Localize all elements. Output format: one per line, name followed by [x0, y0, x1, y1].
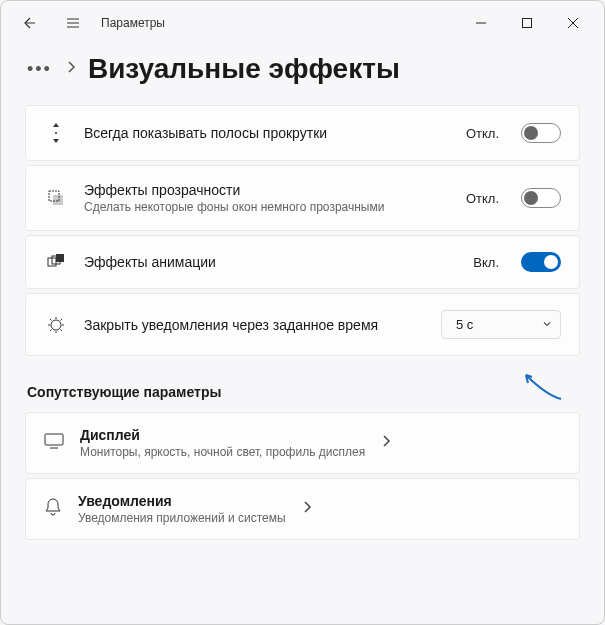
chevron-down-icon — [542, 317, 552, 332]
setting-animation: Эффекты анимации Вкл. — [25, 235, 580, 289]
scrollbar-icon — [44, 122, 68, 144]
page-title: Визуальные эффекты — [88, 53, 400, 85]
setting-subtitle: Сделать некоторые фоны окон немного проз… — [84, 200, 450, 214]
setting-title: Эффекты прозрачности — [84, 182, 450, 198]
breadcrumb: ••• Визуальные эффекты — [25, 53, 580, 85]
link-title: Дисплей — [80, 427, 365, 443]
svg-rect-3 — [53, 195, 63, 205]
menu-button[interactable] — [53, 3, 93, 43]
svg-rect-6 — [56, 254, 64, 262]
maximize-button[interactable] — [504, 7, 550, 39]
minimize-button[interactable] — [458, 7, 504, 39]
chevron-right-icon — [66, 60, 76, 78]
link-subtitle: Уведомления приложений и системы — [78, 511, 286, 525]
transparency-icon — [44, 189, 68, 207]
display-icon — [44, 433, 64, 453]
setting-title: Закрыть уведомления через заданное время — [84, 317, 425, 333]
back-button[interactable] — [9, 3, 49, 43]
notification-timer-icon — [44, 315, 68, 335]
setting-transparency: Эффекты прозрачности Сделать некоторые ф… — [25, 165, 580, 231]
toggle-status: Вкл. — [473, 255, 499, 270]
breadcrumb-ellipsis[interactable]: ••• — [25, 59, 54, 80]
setting-title: Всегда показывать полосы прокрутки — [84, 125, 450, 141]
chevron-right-icon — [302, 500, 312, 518]
chevron-right-icon — [381, 434, 391, 452]
link-title: Уведомления — [78, 493, 286, 509]
toggle-status: Откл. — [466, 126, 499, 141]
related-notifications[interactable]: Уведомления Уведомления приложений и сис… — [25, 478, 580, 540]
close-button[interactable] — [550, 7, 596, 39]
animation-toggle[interactable] — [521, 252, 561, 272]
svg-point-1 — [55, 132, 57, 134]
notification-timeout-dropdown[interactable]: 5 с — [441, 310, 561, 339]
svg-rect-0 — [523, 19, 532, 28]
titlebar: Параметры — [1, 1, 604, 45]
animation-icon — [44, 253, 68, 271]
dropdown-value: 5 с — [456, 317, 473, 332]
svg-rect-8 — [45, 434, 63, 445]
svg-point-7 — [51, 320, 61, 330]
setting-notification-timeout: Закрыть уведомления через заданное время… — [25, 293, 580, 356]
link-subtitle: Мониторы, яркость, ночной свет, профиль … — [80, 445, 365, 459]
window-title: Параметры — [101, 16, 165, 30]
toggle-status: Откл. — [466, 191, 499, 206]
transparency-toggle[interactable] — [521, 188, 561, 208]
bell-icon — [44, 497, 62, 521]
related-display[interactable]: Дисплей Мониторы, яркость, ночной свет, … — [25, 412, 580, 474]
scrollbars-toggle[interactable] — [521, 123, 561, 143]
related-heading: Сопутствующие параметры — [27, 384, 580, 400]
setting-scrollbars: Всегда показывать полосы прокрутки Откл. — [25, 105, 580, 161]
setting-title: Эффекты анимации — [84, 254, 457, 270]
